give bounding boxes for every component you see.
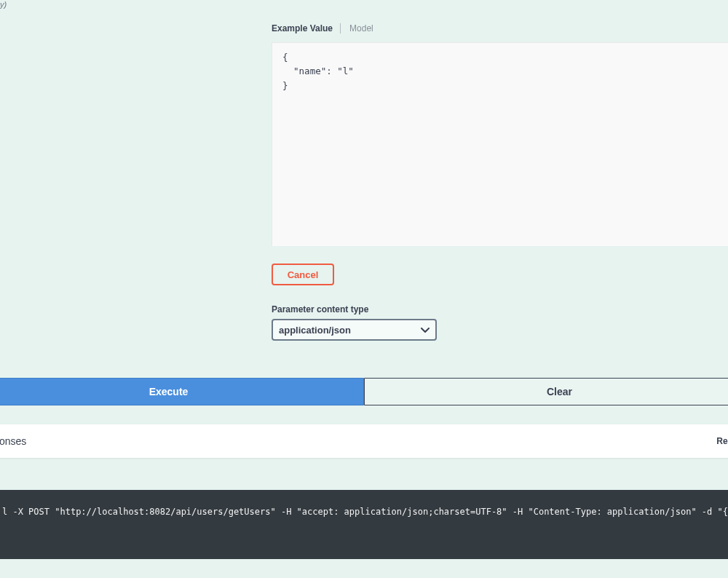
content-type-select[interactable]: application/json xyxy=(272,319,437,341)
clear-button[interactable]: Clear xyxy=(364,378,728,405)
request-body-column: Example Value Model Cancel Parameter con… xyxy=(272,0,728,341)
action-button-row: Execute Clear xyxy=(0,378,728,405)
execute-button[interactable]: Execute xyxy=(0,378,364,405)
curl-command-block: l -X POST "http://localhost:8082/api/use… xyxy=(0,490,728,559)
responses-heading-right: Respo xyxy=(716,436,728,446)
tab-model[interactable]: Model xyxy=(349,23,373,33)
left-text-2: y) xyxy=(0,0,15,9)
tab-example-value[interactable]: Example Value xyxy=(272,23,341,33)
responses-heading-left: onses xyxy=(0,435,26,447)
truncated-text-top xyxy=(272,0,728,3)
responses-header-bar: onses Respo xyxy=(0,424,728,458)
left-fragment: y) xyxy=(0,0,15,36)
parameter-content-type-label: Parameter content type xyxy=(272,304,728,314)
content-type-select-wrap: application/json xyxy=(272,319,437,341)
request-body-textarea[interactable] xyxy=(272,42,728,246)
body-tabs: Example Value Model xyxy=(272,23,728,33)
cancel-button[interactable]: Cancel xyxy=(272,264,334,285)
